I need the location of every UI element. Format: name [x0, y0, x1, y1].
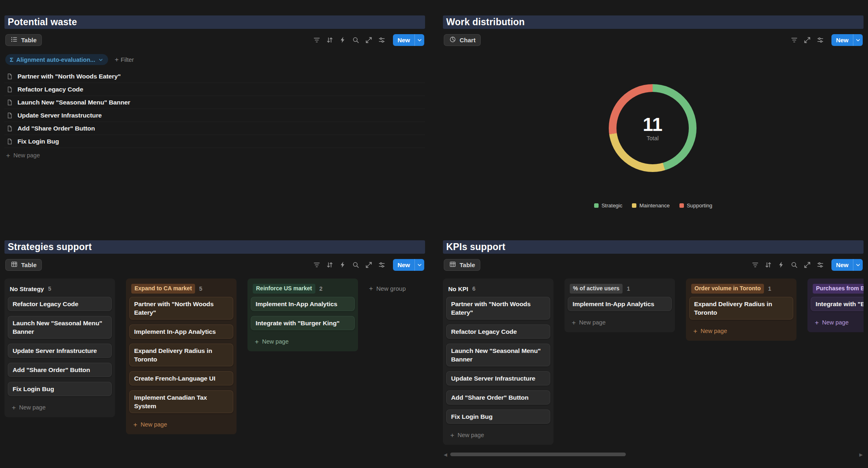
sort-icon[interactable] [325, 260, 334, 270]
column-header[interactable]: Reinforce US market 2 [251, 282, 355, 296]
database-title[interactable]: Work distribution [446, 17, 525, 28]
view-tab-table[interactable]: Table [5, 34, 42, 46]
search-icon[interactable] [790, 260, 799, 270]
scrollbar-thumb[interactable] [450, 453, 626, 456]
board-card[interactable]: Refactor Legacy Code [446, 324, 550, 339]
page-list-item[interactable]: Fix Login Bug [4, 135, 425, 148]
group-tag: Expand to CA market [131, 284, 195, 294]
new-page-button[interactable]: + New page [811, 316, 864, 329]
board-card[interactable]: Fix Login Bug [8, 382, 112, 396]
new-page-button[interactable]: + New page [446, 429, 550, 442]
board-card[interactable]: Implement Canadian Tax System [129, 390, 233, 413]
board-card[interactable]: Add "Share Order" Button [446, 390, 550, 405]
view-tab-table[interactable]: Table [444, 259, 480, 271]
filter-icon[interactable] [312, 260, 321, 270]
filter-icon[interactable] [790, 35, 799, 45]
board-card[interactable]: Implement In-App Analytics [129, 324, 233, 339]
database-title[interactable]: KPIs support [446, 242, 506, 253]
new-page-button[interactable]: + New page [129, 418, 233, 431]
board-card[interactable]: Expand Delivery Radius in Toronto [689, 297, 793, 320]
board-card[interactable]: Update Server Infrastructure [8, 344, 112, 358]
column-header[interactable]: Expand to CA market 5 [129, 282, 233, 296]
view-tab-table[interactable]: Table [5, 259, 42, 271]
page-list-item[interactable]: Update Server Infrastructure [4, 109, 425, 122]
board-card[interactable]: Create French-Language UI [129, 371, 233, 385]
sum-icon: Σ [10, 56, 13, 63]
expand-icon[interactable] [803, 260, 812, 270]
toolbar-icons [790, 35, 825, 45]
new-page-button[interactable]: + New page [689, 324, 793, 337]
active-filter-chip[interactable]: Σ Alignment auto-evaluation... [5, 54, 108, 65]
add-filter-button[interactable]: + Filter [115, 56, 134, 63]
board-card[interactable]: Partner with "North Woods Eatery" [129, 297, 233, 320]
legend-item: Supporting [679, 202, 712, 209]
chevron-down-icon[interactable] [853, 259, 863, 271]
filter-icon[interactable] [751, 260, 760, 270]
expand-icon[interactable] [803, 35, 812, 45]
board-card[interactable]: Fix Login Bug [446, 409, 550, 424]
scroll-right-arrow[interactable]: ▶ [859, 452, 863, 457]
automation-icon[interactable] [338, 35, 347, 45]
board-card[interactable]: Refactor Legacy Code [8, 297, 112, 311]
database-title[interactable]: Potential waste [8, 17, 77, 28]
column-header[interactable]: No Strategy 5 [8, 282, 112, 296]
new-page-button[interactable]: + New page [4, 148, 425, 163]
board-view: No KPI 6 Partner with "North Woods Eater… [443, 279, 864, 445]
view-options-icon[interactable] [816, 260, 825, 270]
new-button-label[interactable]: New [393, 34, 414, 46]
board-card[interactable]: Integrate with "Burger K [811, 297, 864, 311]
column-header[interactable]: Order volume in Toronto 1 [689, 282, 793, 296]
search-icon[interactable] [351, 260, 360, 270]
plus-icon: + [12, 404, 16, 411]
page-list-item[interactable]: Refactor Legacy Code [4, 83, 425, 96]
board-card[interactable]: Expand Delivery Radius in Toronto [129, 344, 233, 366]
page-list-item[interactable]: Add "Share Order" Button [4, 122, 425, 135]
chevron-down-icon[interactable] [414, 259, 424, 271]
column-header[interactable]: Purchases from Burger K [811, 282, 864, 296]
database-title[interactable]: Strategies support [8, 242, 92, 253]
board-card[interactable]: Integrate with "Burger King" [251, 316, 355, 330]
page-title: Update Server Infrastructure [17, 112, 102, 119]
new-page-button[interactable]: + New page [8, 401, 112, 414]
chevron-down-icon[interactable] [414, 34, 424, 46]
new-page-button[interactable]: + New page [568, 316, 672, 329]
search-icon[interactable] [351, 35, 360, 45]
board-column-no-strategy: No Strategy 5 Refactor Legacy Code Launc… [4, 279, 115, 417]
column-header[interactable]: No KPI 6 [446, 282, 550, 296]
new-button-label[interactable]: New [393, 259, 414, 271]
view-options-icon[interactable] [377, 260, 386, 270]
new-page-button[interactable]: + New page [251, 335, 355, 348]
board-card[interactable]: Partner with "North Woods Eatery" [446, 297, 550, 320]
chevron-down-icon [98, 57, 104, 63]
automation-icon[interactable] [338, 260, 347, 270]
view-options-icon[interactable] [816, 35, 825, 45]
new-button-label[interactable]: New [831, 34, 853, 46]
new-button[interactable]: New [831, 259, 863, 271]
board-card[interactable]: Launch New "Seasonal Menu" Banner [8, 316, 112, 339]
view-tab-chart[interactable]: Chart [444, 34, 481, 46]
automation-icon[interactable] [777, 260, 786, 270]
board-card[interactable]: Add "Share Order" Button [8, 363, 112, 377]
new-button-label[interactable]: New [831, 259, 853, 271]
board-card[interactable]: Implement In-App Analytics [251, 297, 355, 311]
page-list-item[interactable]: Partner with "North Woods Eatery" [4, 70, 425, 83]
new-button[interactable]: New [393, 34, 424, 46]
expand-icon[interactable] [364, 35, 373, 45]
board-card[interactable]: Launch New "Seasonal Menu" Banner [446, 344, 550, 366]
page-list-item[interactable]: Launch New "Seasonal Menu" Banner [4, 96, 425, 109]
sort-icon[interactable] [325, 35, 334, 45]
horizontal-scrollbar[interactable]: ◀ ▶ [443, 452, 864, 457]
chevron-down-icon[interactable] [853, 34, 863, 46]
scroll-left-arrow[interactable]: ◀ [444, 452, 447, 457]
new-group-button[interactable]: + New group [369, 285, 406, 292]
sort-icon[interactable] [764, 260, 773, 270]
column-header[interactable]: % of active users 1 [568, 282, 672, 296]
new-button[interactable]: New [831, 34, 863, 46]
expand-icon[interactable] [364, 260, 373, 270]
new-button[interactable]: New [393, 259, 424, 271]
board-card[interactable]: Implement In-App Analytics [568, 297, 672, 311]
filter-icon[interactable] [312, 35, 321, 45]
board-card[interactable]: Update Server Infrastructure [446, 371, 550, 385]
column-count: 6 [472, 285, 475, 292]
view-options-icon[interactable] [377, 35, 386, 45]
